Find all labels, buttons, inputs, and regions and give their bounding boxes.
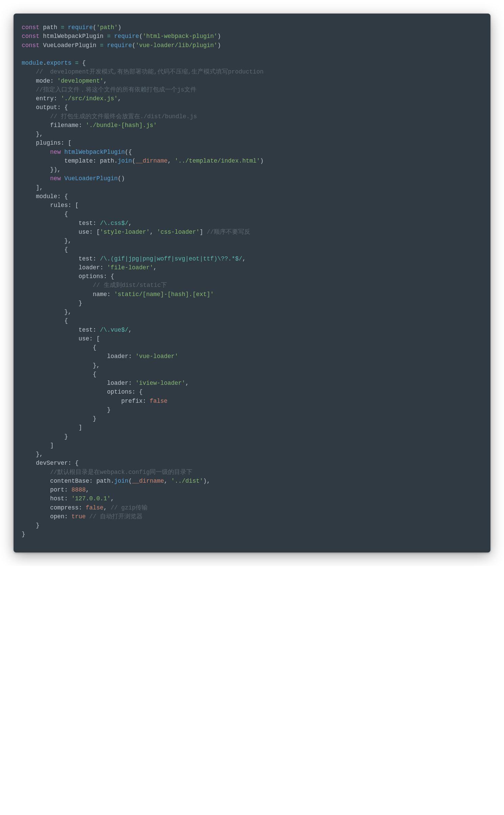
comment-contentbase: //默认根目录是在webpack.config同一级的目录下 (50, 469, 192, 476)
comment-static: // 生成到dist/static下 (93, 282, 167, 289)
key-template: template (64, 158, 93, 164)
str-fileloader: 'file-loader' (107, 264, 153, 271)
var-path: path (43, 24, 57, 31)
var-htmlplugin: htmlWebpackPlugin (43, 33, 104, 40)
keyword-new: new (50, 149, 61, 155)
key-prefix: prefix (121, 398, 143, 404)
key-plugins: plugins (36, 140, 61, 146)
str-htmlplugin: 'html-webpack-plugin' (143, 33, 217, 40)
comment-output: // 打包生成的文件最终会放置在./dist/bundle.js (50, 113, 197, 120)
val-entry: './src/index.js' (61, 95, 118, 102)
fn-require: require (68, 24, 93, 31)
comment-open: // 自动打开浏览器 (89, 513, 143, 520)
key-loader: loader (79, 264, 100, 271)
key-filename: filename (50, 122, 79, 129)
key-rules: rules (50, 202, 68, 209)
code-content: const path = require('path') const htmlW… (22, 23, 482, 539)
str-dist: '../dist' (171, 478, 203, 484)
str-path: 'path' (97, 24, 118, 31)
exports-ident: exports (47, 60, 72, 66)
key-test: test (79, 220, 93, 227)
key-options: options (79, 273, 104, 280)
bool-true: true (71, 513, 86, 520)
bool-false: false (150, 398, 168, 404)
keyword-const: const (22, 24, 40, 31)
fn-require: require (107, 42, 132, 49)
str-vueloader: 'vue-loader/lib/plugin' (135, 42, 217, 49)
key-test: test (79, 255, 93, 262)
key-port: port (50, 486, 64, 493)
key-name: name (93, 291, 107, 298)
key-use: use (79, 229, 89, 235)
num-port: 8888 (71, 486, 86, 493)
key-mode: mode (36, 78, 50, 84)
var-dirname: __dirname (135, 158, 168, 164)
code-block: const path = require('path') const htmlW… (14, 14, 490, 552)
fn-require: require (114, 33, 139, 40)
val-mode: 'development' (57, 78, 104, 84)
comment-entry: //指定入口文件，将这个文件的所有依赖打包成一个js文件 (36, 86, 196, 93)
fn-join: join (118, 158, 132, 164)
bool-false: false (86, 504, 104, 511)
str-host: '127.0.0.1' (71, 495, 111, 502)
key-module: module (36, 193, 57, 200)
key-output: output (36, 104, 57, 111)
str-styleloader: 'style-loader' (100, 229, 150, 235)
str-cssloader: 'css-loader' (157, 229, 200, 235)
key-compress: compress (50, 504, 79, 511)
var-vueloader: VueLoaderPlugin (43, 42, 97, 49)
comment-css: //顺序不要写反 (207, 229, 250, 235)
keyword-const: const (22, 33, 40, 40)
keyword-const: const (22, 42, 40, 49)
keyword-new: new (50, 175, 61, 182)
var-dirname: __dirname (132, 478, 164, 484)
key-test: test (79, 327, 93, 333)
key-devserver: devServer (36, 460, 68, 466)
regex-css: /\.css$/ (100, 220, 128, 227)
comment-gzip: // gzip传输 (111, 504, 148, 511)
key-open: open (50, 513, 64, 520)
val-filename: './bundle-[hash].js' (86, 122, 157, 129)
comment-mode: // development开发模式,有热部署功能,代码不压缩,生产模式填写pr… (36, 68, 264, 75)
key-options: options (107, 389, 132, 395)
str-static: 'static/[name]-[hash].[ext]' (114, 291, 214, 298)
regex-file: /\.(gif|jpg|png|woff|svg|eot|ttf)\??.*$/ (100, 255, 242, 262)
module-ident: module (22, 60, 43, 66)
key-loader: loader (107, 380, 128, 386)
str-template: '../template/index.html' (175, 158, 260, 164)
key-contentbase: contentBase (50, 478, 89, 484)
str-vueloader: 'vue-loader' (135, 353, 178, 360)
str-iviewloader: 'iview-loader' (135, 380, 185, 386)
fn-join: join (114, 478, 128, 484)
key-entry: entry (36, 95, 54, 102)
key-loader: loader (107, 353, 128, 360)
regex-vue: /\.vue$/ (100, 327, 128, 333)
fn-vueloader: VueLoaderPlugin (64, 175, 118, 182)
fn-htmlplugin: htmlWebpackPlugin (64, 149, 125, 155)
key-host: host (50, 495, 64, 502)
key-use: use (79, 335, 89, 342)
